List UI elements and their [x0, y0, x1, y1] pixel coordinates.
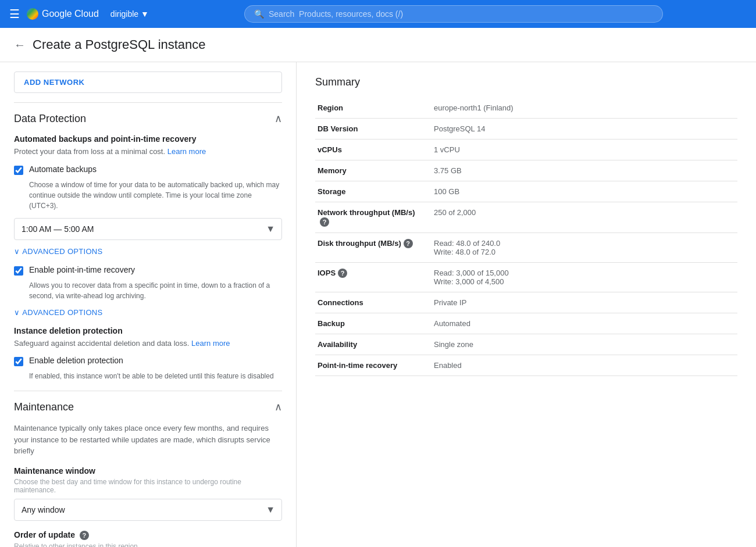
summary-row-value: 1 vCPU [432, 140, 737, 160]
left-panel: ADD NETWORK Data Protection ∧ Automated … [0, 62, 297, 547]
summary-help-icon[interactable]: ? [404, 239, 413, 248]
maintenance-window-label: Maintenance window [14, 466, 282, 476]
search-input[interactable] [269, 9, 653, 19]
pitr-label: Enable point-in-time recovery [29, 265, 135, 274]
data-protection-header: Data Protection ∧ [14, 112, 282, 125]
pitr-row: Enable point-in-time recovery [14, 265, 282, 276]
summary-row: BackupAutomated [315, 313, 737, 334]
automate-backups-detail: Choose a window of time for your data to… [29, 180, 282, 211]
menu-icon[interactable]: ☰ [9, 7, 20, 21]
summary-row-value: Enabled [432, 355, 737, 376]
google-cloud-logo: Google Cloud [27, 8, 99, 20]
summary-row-value: Read: 3,000 of 15,000Write: 3,000 of 4,5… [432, 262, 737, 292]
pitr-advanced-options-link[interactable]: ∨ ADVANCED OPTIONS [14, 308, 282, 317]
maintenance-desc: Maintenance typically only takes place o… [14, 423, 282, 457]
backup-advanced-chevron-icon: ∨ [14, 247, 20, 256]
summary-row: Network throughput (MB/s)?250 of 2,000 [315, 202, 737, 233]
search-bar[interactable]: 🔍 [244, 5, 663, 23]
top-navigation: ☰ Google Cloud dirigible ▼ 🔍 [0, 0, 756, 28]
pitr-advanced-label: ADVANCED OPTIONS [22, 308, 102, 317]
summary-row-label: Point-in-time recovery [315, 355, 432, 376]
project-name: dirigible [110, 9, 138, 19]
pitr-advanced-chevron-icon: ∨ [14, 308, 20, 317]
summary-row: Storage100 GB [315, 181, 737, 202]
automate-backups-subtitle: Automated backups and point-in-time reco… [14, 134, 282, 144]
instance-deletion-subtitle: Instance deletion protection [14, 326, 282, 335]
maintenance-window-select[interactable]: Any window Sunday Monday Tuesday Wednesd… [14, 499, 282, 521]
summary-help-icon[interactable]: ? [338, 269, 347, 278]
summary-row-label: Connections [315, 292, 432, 313]
summary-row: Memory3.75 GB [315, 160, 737, 181]
maintenance-section: Maintenance ∧ Maintenance typically only… [14, 391, 282, 547]
automate-backups-checkbox[interactable] [14, 166, 23, 175]
summary-row-value: 250 of 2,000 [432, 202, 737, 233]
automate-backups-label: Automate backups [29, 165, 97, 174]
instance-deletion-learn-more-link[interactable]: Learn more [191, 339, 230, 348]
right-panel: Summary Regioneurope-north1 (Finland)DB … [297, 62, 756, 547]
data-protection-title: Data Protection [14, 113, 86, 125]
summary-row-value: Single zone [432, 334, 737, 355]
summary-title: Summary [315, 76, 737, 88]
data-protection-collapse-icon[interactable]: ∧ [274, 112, 282, 125]
google-cloud-logo-text: Google Cloud [42, 9, 99, 19]
summary-row: ConnectionsPrivate IP [315, 292, 737, 313]
pitr-detail: Allows you to recover data from a specif… [29, 280, 282, 301]
backup-advanced-options-link[interactable]: ∨ ADVANCED OPTIONS [14, 247, 282, 256]
deletion-protection-label: Enable deletion protection [29, 356, 123, 365]
summary-row: vCPUs1 vCPU [315, 140, 737, 160]
project-dropdown-icon: ▼ [141, 9, 149, 19]
main-layout: ADD NETWORK Data Protection ∧ Automated … [0, 62, 756, 547]
add-network-button[interactable]: ADD NETWORK [14, 71, 282, 93]
automate-backups-desc: Protect your data from loss at a minimal… [14, 146, 282, 158]
deletion-protection-row: Enable deletion protection [14, 356, 282, 366]
order-of-update-label: Order of update ? [14, 530, 282, 540]
summary-row-label: Backup [315, 313, 432, 334]
summary-row-label: Disk throughput (MB/s)? [315, 233, 432, 262]
maintenance-header: Maintenance ∧ [14, 401, 282, 413]
summary-row-value: Private IP [432, 292, 737, 313]
instance-deletion-section: Instance deletion protection Safeguard a… [14, 326, 282, 382]
summary-table: Regioneurope-north1 (Finland)DB VersionP… [315, 98, 737, 376]
summary-row-value: Read: 48.0 of 240.0Write: 48.0 of 72.0 [432, 233, 737, 262]
summary-row-label: Network throughput (MB/s)? [315, 202, 432, 233]
summary-row-label: vCPUs [315, 140, 432, 160]
automate-backups-learn-more-link[interactable]: Learn more [167, 147, 206, 156]
maintenance-window-wrapper: Any window Sunday Monday Tuesday Wednesd… [14, 499, 282, 521]
summary-row-value: PostgreSQL 14 [432, 119, 737, 140]
page-header: ← Create a PostgreSQL instance [0, 28, 756, 62]
summary-row-label: DB Version [315, 119, 432, 140]
back-icon: ← [14, 38, 26, 52]
order-help-icon[interactable]: ? [80, 531, 89, 540]
summary-row: Disk throughput (MB/s)?Read: 48.0 of 240… [315, 233, 737, 262]
summary-row: IOPS?Read: 3,000 of 15,000Write: 3,000 o… [315, 262, 737, 292]
backup-advanced-label: ADVANCED OPTIONS [22, 247, 102, 256]
project-selector[interactable]: dirigible ▼ [106, 7, 154, 21]
backup-window-select[interactable]: 1:00 AM — 5:00 AM 2:00 AM — 6:00 AM 3:00… [14, 218, 282, 240]
summary-row-label: Availability [315, 334, 432, 355]
automate-backups-row: Automate backups [14, 165, 282, 175]
maintenance-title: Maintenance [14, 401, 74, 413]
summary-row-value: 3.75 GB [432, 160, 737, 181]
back-button[interactable]: ← [14, 38, 26, 52]
data-protection-section: Data Protection ∧ Automated backups and … [14, 102, 282, 381]
maintenance-window-sublabel: Choose the best day and time window for … [14, 478, 282, 494]
instance-deletion-desc: Safeguard against accidental deletion an… [14, 338, 282, 349]
deletion-protection-checkbox[interactable] [14, 357, 23, 366]
summary-row: AvailabilitySingle zone [315, 334, 737, 355]
deletion-protection-detail: If enabled, this instance won't be able … [29, 371, 282, 381]
summary-row-label: Memory [315, 160, 432, 181]
order-of-update-sublabel: Relative to other instances in this regi… [14, 542, 282, 547]
maintenance-collapse-icon[interactable]: ∧ [274, 401, 282, 413]
summary-row-value: 100 GB [432, 181, 737, 202]
pitr-checkbox[interactable] [14, 266, 23, 276]
summary-row: Regioneurope-north1 (Finland) [315, 98, 737, 119]
backup-window-wrapper: 1:00 AM — 5:00 AM 2:00 AM — 6:00 AM 3:00… [14, 218, 282, 240]
summary-row-value: europe-north1 (Finland) [432, 98, 737, 119]
summary-row-label: Region [315, 98, 432, 119]
summary-row: DB VersionPostgreSQL 14 [315, 119, 737, 140]
summary-row: Point-in-time recoveryEnabled [315, 355, 737, 376]
automate-backups-desc-text: Protect your data from loss at a minimal… [14, 147, 165, 156]
summary-help-icon[interactable]: ? [320, 217, 329, 227]
google-cloud-logo-icon [27, 8, 38, 20]
search-icon: 🔍 [254, 9, 264, 19]
